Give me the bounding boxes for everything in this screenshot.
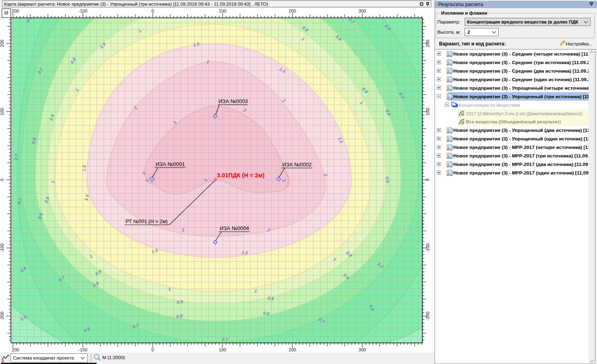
svg-text:Концентрации по веществам: Концентрации по веществам bbox=[459, 103, 520, 108]
svg-text:Новое предприятие (3) - МРР-20: Новое предприятие (3) - МРР-2017 (четыре… bbox=[453, 144, 594, 150]
svg-text:100: 100 bbox=[219, 347, 226, 352]
svg-text:200: 200 bbox=[12, 9, 19, 13]
svg-text:-100: -100 bbox=[78, 9, 87, 13]
svg-text:100: 100 bbox=[0, 108, 4, 115]
svg-text:ИЗА №0004: ИЗА №0004 bbox=[220, 225, 249, 231]
svg-text:-200: -200 bbox=[425, 312, 430, 321]
svg-text:100: 100 bbox=[425, 108, 430, 115]
svg-text:-100: -100 bbox=[425, 243, 430, 252]
svg-text:ИЗА №0001: ИЗА №0001 bbox=[156, 161, 185, 167]
svg-text:200: 200 bbox=[289, 347, 296, 352]
svg-text:0: 0 bbox=[151, 9, 154, 13]
svg-text:1.5: 1.5 bbox=[81, 165, 87, 172]
svg-text:-200: -200 bbox=[0, 312, 4, 321]
svg-text:100: 100 bbox=[219, 9, 226, 13]
svg-text:Новое предприятие (3) - Средни: Новое предприятие (3) - Средние (один ис… bbox=[453, 77, 593, 82]
svg-text:0.9: 0.9 bbox=[267, 295, 274, 301]
svg-text:Новое предприятие (3) - Средни: Новое предприятие (3) - Средние (два ист… bbox=[453, 68, 593, 74]
svg-text:ИЗА №0002: ИЗА №0002 bbox=[282, 162, 311, 168]
svg-text:300: 300 bbox=[359, 347, 366, 352]
svg-text:3.01ПДК (Н = 2м): 3.01ПДК (Н = 2м) bbox=[217, 172, 264, 179]
svg-text:-100: -100 bbox=[78, 347, 87, 352]
svg-text:0.9: 0.9 bbox=[176, 299, 183, 305]
svg-text:Новое предприятие (3) - Упроще: Новое предприятие (3) - Упрощенный (четы… bbox=[453, 85, 597, 91]
svg-text:Все вещества (Объединённый рез: Все вещества (Объединённый результат) bbox=[466, 119, 561, 124]
svg-text:Новое предприятие (3) - Упроще: Новое предприятие (3) - Упрощенный (три … bbox=[453, 94, 594, 99]
svg-text:0: 0 bbox=[425, 179, 430, 181]
svg-text:1: 1 bbox=[254, 289, 257, 294]
svg-text:0: 0 bbox=[0, 179, 4, 181]
svg-text:Новое предприятие (3) - МРР-20: Новое предприятие (3) - МРР-2017 (три ис… bbox=[453, 153, 592, 159]
svg-text:1.5: 1.5 bbox=[241, 250, 249, 255]
svg-text:200: 200 bbox=[425, 40, 430, 47]
svg-text:200: 200 bbox=[289, 9, 296, 13]
svg-text:0.7: 0.7 bbox=[222, 337, 229, 342]
svg-text:0.8: 0.8 bbox=[263, 310, 270, 316]
svg-text:РТ №001 (Н = 2м): РТ №001 (Н = 2м) bbox=[125, 219, 168, 224]
svg-text:Новое предприятие (3) - Средни: Новое предприятие (3) - Средние (три ист… bbox=[453, 60, 595, 65]
svg-text:0: 0 bbox=[151, 347, 154, 352]
svg-text:-100: -100 bbox=[0, 243, 4, 252]
svg-text:Новое предприятие (3) - Упроще: Новое предприятие (3) - Упрощенный (один… bbox=[453, 136, 595, 142]
svg-text:200: 200 bbox=[12, 347, 19, 352]
svg-text:Новое предприятие (3) - МРР-20: Новое предприятие (3) - МРР-2017 (один и… bbox=[453, 170, 593, 176]
svg-text:Новое предприятие (3) - Средни: Новое предприятие (3) - Средние (четыре … bbox=[453, 51, 597, 57]
svg-text:1017 (2-Метилбут-3-ен-2-ол (Ди: 1017 (2-Метилбут-3-ен-2-ол (Диметилвинил… bbox=[466, 111, 582, 116]
svg-text:0.9: 0.9 bbox=[385, 176, 390, 183]
svg-text:Новое предприятие (3) - МРР-2: Новое предприятие (3) - МРР-2017 (два ис… bbox=[453, 162, 589, 167]
svg-text:Новое предприятие (3) - Упроще: Новое предприятие (3) - Упрощенный (два … bbox=[453, 127, 594, 133]
svg-text:2: 2 bbox=[206, 59, 209, 65]
svg-text:300: 300 bbox=[359, 9, 366, 13]
svg-text:ИЗА №0003: ИЗА №0003 bbox=[218, 98, 248, 104]
svg-text:200: 200 bbox=[0, 40, 4, 47]
svg-text:0.8: 0.8 bbox=[176, 313, 183, 319]
